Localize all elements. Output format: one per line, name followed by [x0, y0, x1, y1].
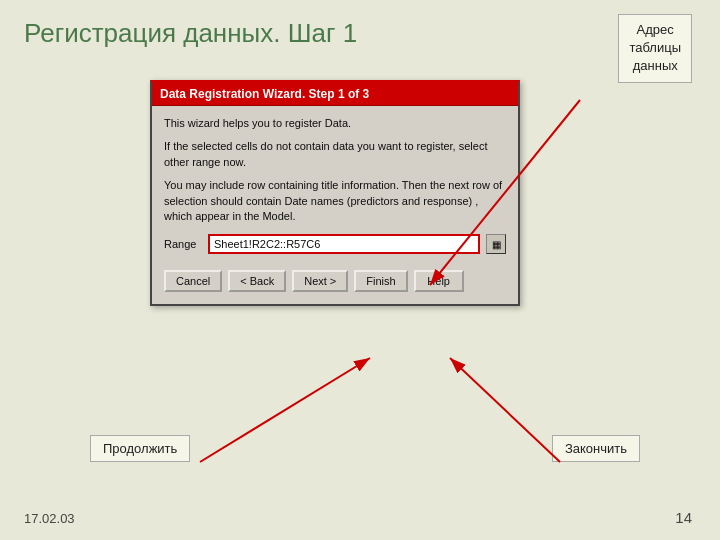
callout-top-right: Адрестаблицыданных: [618, 14, 692, 83]
cancel-button[interactable]: Cancel: [164, 270, 222, 292]
next-button[interactable]: Next >: [292, 270, 348, 292]
page-number: 14: [675, 509, 692, 526]
callout-bottom-right: Закончить: [552, 435, 640, 462]
page-title: Регистрация данных. Шаг 1: [0, 0, 720, 59]
dialog-body: This wizard helps you to register Data. …: [152, 106, 518, 304]
range-label: Range: [164, 238, 202, 250]
dialog: Data Registration Wizard. Step 1 of 3 Th…: [150, 80, 520, 306]
callout-bottom-left: Продолжить: [90, 435, 190, 462]
dialog-titlebar: Data Registration Wizard. Step 1 of 3: [152, 83, 518, 106]
svg-line-2: [450, 358, 560, 462]
callout-top-right-text: Адрестаблицыданных: [629, 22, 681, 73]
svg-line-3: [200, 358, 370, 462]
help-button[interactable]: Help: [414, 270, 464, 292]
dialog-para3: You may include row containing title inf…: [164, 178, 506, 224]
back-button[interactable]: < Back: [228, 270, 286, 292]
dialog-buttons: Cancel < Back Next > Finish Help: [164, 266, 506, 296]
range-selector-icon[interactable]: ▦: [486, 234, 506, 254]
dialog-para2: If the selected cells do not contain dat…: [164, 139, 506, 170]
finish-button[interactable]: Finish: [354, 270, 407, 292]
footer-date: 17.02.03: [24, 511, 75, 526]
range-input[interactable]: [208, 234, 480, 254]
dialog-para1: This wizard helps you to register Data.: [164, 116, 506, 131]
range-row: Range ▦: [164, 234, 506, 254]
